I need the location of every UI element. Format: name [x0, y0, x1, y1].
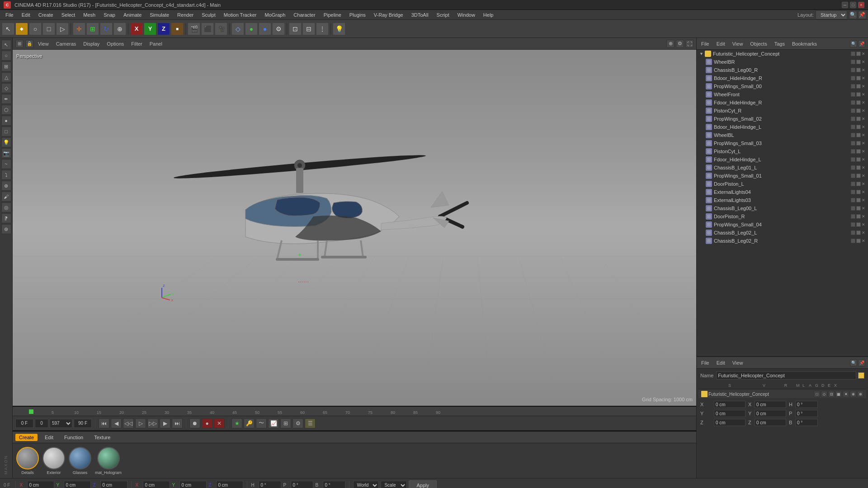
tree-dot-1-20[interactable]: [851, 222, 855, 227]
tree-dot-1-8[interactable]: [851, 125, 855, 129]
goto-start-button[interactable]: ⏮: [99, 418, 109, 428]
menu-file[interactable]: File: [2, 11, 17, 19]
tree-x-5[interactable]: ✕: [862, 100, 865, 105]
sidebar-paint-button[interactable]: 🖌: [1, 192, 11, 202]
tree-dot-1-19[interactable]: [851, 214, 855, 219]
tree-x-14[interactable]: ✕: [862, 174, 865, 178]
vp-tab-cameras[interactable]: Cameras: [53, 40, 79, 47]
x-axis-button[interactable]: X: [130, 23, 143, 35]
move-tool-button[interactable]: ↖: [2, 23, 14, 35]
attr-icon-btn-5[interactable]: ✦: [843, 391, 849, 397]
tree-dot-2-16[interactable]: [856, 190, 861, 194]
timeline-settings-button[interactable]: ⚙: [292, 418, 303, 428]
sidebar-script-button[interactable]: ⁋: [1, 213, 11, 223]
tree-dot-1-10[interactable]: [851, 141, 855, 145]
tree-dot-2-10[interactable]: [856, 141, 861, 145]
menu-character[interactable]: Character: [290, 11, 319, 19]
sidebar-camera-button[interactable]: 📷: [1, 148, 11, 158]
coord-y2-input[interactable]: [179, 481, 207, 488]
tab-texture[interactable]: Texture: [90, 434, 114, 441]
tree-item-20[interactable]: PropWings_Small_04 ✕: [697, 221, 868, 229]
tree-dot-1-14[interactable]: [851, 174, 855, 178]
tree-item-19[interactable]: DoorPiston_R ✕: [697, 212, 868, 221]
tree-dot-1-3[interactable]: [851, 84, 855, 89]
action-dot-1[interactable]: [851, 52, 855, 56]
tree-dot-1-18[interactable]: [851, 206, 855, 211]
next-frame-button[interactable]: ▶: [160, 418, 170, 428]
blue-sphere-button[interactable]: ●: [259, 23, 271, 35]
tree-item-14[interactable]: PropWings_Small_01 ✕: [697, 172, 868, 180]
attr-h-val[interactable]: [795, 401, 818, 408]
tree-x-17[interactable]: ✕: [862, 198, 865, 202]
frame-end-input[interactable]: [74, 419, 92, 428]
vp-tab-display[interactable]: Display: [80, 40, 102, 47]
tree-dot-2-2[interactable]: [856, 76, 861, 80]
tree-dot-1-12[interactable]: [851, 157, 855, 162]
prev-frame-button[interactable]: ◀: [111, 418, 122, 428]
vp-expand-button[interactable]: ⊞: [15, 40, 24, 48]
tree-dot-2-6[interactable]: [856, 108, 861, 113]
tree-item-21[interactable]: ChassisB_Leg02_L ✕: [697, 229, 868, 237]
menu-edit[interactable]: Edit: [18, 11, 34, 19]
tree-item-18[interactable]: ChassisB_Leg00_L ✕: [697, 204, 868, 212]
tree-item-0[interactable]: WheelBR ✕: [697, 58, 868, 66]
coord-x2-input[interactable]: [143, 481, 170, 488]
coord-y-input[interactable]: [64, 481, 91, 488]
delete-key-button[interactable]: ✕: [214, 418, 225, 428]
tree-dot-2-13[interactable]: [856, 165, 861, 170]
coord-z-input[interactable]: [100, 481, 127, 488]
tree-item-2[interactable]: Bdoor_HideHindge_R ✕: [697, 74, 868, 82]
sidebar-sphere-button[interactable]: ●: [1, 116, 11, 126]
tree-x-22[interactable]: ✕: [862, 239, 865, 243]
sidebar-poly-button[interactable]: ◇: [1, 83, 11, 93]
sidebar-arrow-button[interactable]: ↖: [1, 40, 11, 50]
tree-dot-1-9[interactable]: [851, 133, 855, 137]
tree-dot-2-17[interactable]: [856, 198, 861, 202]
sidebar-extra-button[interactable]: ⊛: [1, 224, 11, 234]
om-file-btn[interactable]: File: [699, 40, 711, 47]
menu-motion-tracker[interactable]: Motion Tracker: [220, 11, 260, 19]
tree-item-8[interactable]: Bdoor_HideHindge_L ✕: [697, 123, 868, 131]
tree-item-6[interactable]: PistonCyt_R ✕: [697, 107, 868, 115]
sidebar-spline-button[interactable]: ~: [1, 159, 11, 169]
timeline-key-button[interactable]: 🔑: [244, 418, 255, 428]
all-axis-button[interactable]: ■: [171, 23, 184, 35]
render-active-button[interactable]: 🎥: [215, 23, 227, 35]
menu-mograph[interactable]: MoGraph: [261, 11, 289, 19]
attr-x-pos[interactable]: [714, 401, 745, 408]
attr-name-field[interactable]: [716, 371, 856, 380]
menu-render[interactable]: Render: [174, 11, 197, 19]
tree-x-10[interactable]: ✕: [862, 141, 865, 145]
attr-color-swatch[interactable]: [858, 372, 864, 379]
render-preview-button[interactable]: 🎬: [188, 23, 200, 35]
timeline-ruler[interactable]: 5 10 15 20 25 30 35 40 45 50 55 60 65 70…: [13, 407, 696, 416]
attr-z-pos[interactable]: [714, 419, 745, 426]
om-view-btn[interactable]: View: [731, 40, 745, 47]
menu-sculpt[interactable]: Sculpt: [198, 11, 219, 19]
tree-x-7[interactable]: ✕: [862, 117, 865, 121]
tree-x-11[interactable]: ✕: [862, 149, 865, 154]
tree-dot-2-15[interactable]: [856, 182, 861, 186]
green-sphere-button[interactable]: ●: [245, 23, 258, 35]
transform-tool[interactable]: ⊕: [113, 23, 126, 35]
tree-item-9[interactable]: WheelBL ✕: [697, 131, 868, 139]
menu-mesh[interactable]: Mesh: [80, 11, 99, 19]
menu-plugins[interactable]: Plugins: [346, 11, 369, 19]
tree-x-0[interactable]: ✕: [862, 60, 865, 64]
tree-item-12[interactable]: Fdoor_HideHindge_L ✕: [697, 155, 868, 164]
tree-dot-2-7[interactable]: [856, 117, 861, 121]
menu-3dtoall[interactable]: 3DToAll: [408, 11, 432, 19]
model-mode-button[interactable]: ◆: [15, 23, 28, 35]
menu-create[interactable]: Create: [35, 11, 57, 19]
play-button[interactable]: ▷: [135, 418, 146, 428]
sidebar-material-button[interactable]: ◎: [1, 202, 11, 212]
minimize-button[interactable]: ─: [842, 2, 848, 8]
tree-dot-2-4[interactable]: [856, 92, 861, 97]
menu-vray[interactable]: V-Ray Bridge: [370, 11, 407, 19]
frame-start-input[interactable]: [15, 419, 33, 428]
tree-dot-1-7[interactable]: [851, 117, 855, 121]
material-item-glasses[interactable]: Glasses: [69, 447, 91, 475]
tree-dot-2-0[interactable]: [856, 60, 861, 64]
timeline-layers-button[interactable]: ⊞: [280, 418, 291, 428]
attr-icon-btn-2[interactable]: ◇: [821, 391, 827, 397]
